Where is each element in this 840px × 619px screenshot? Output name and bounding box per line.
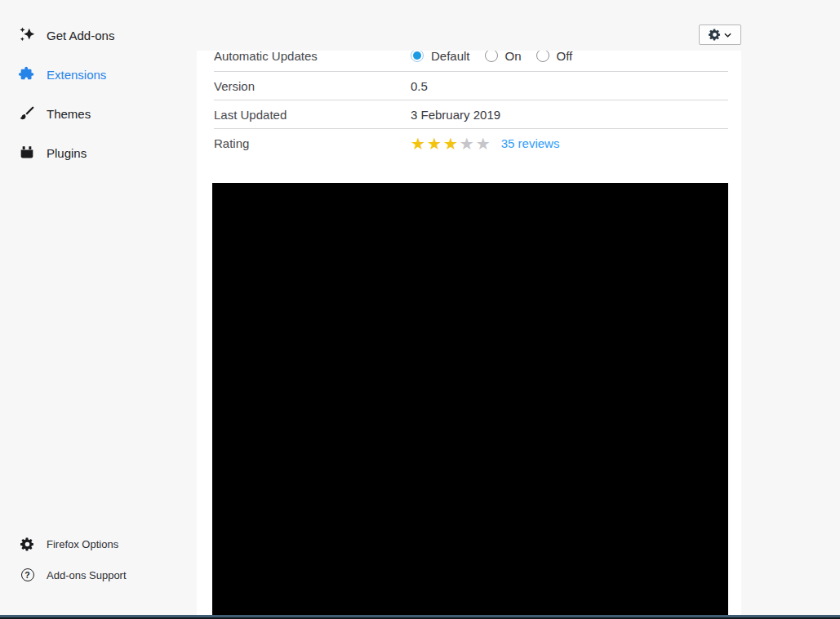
radio-option-label: Default [431,51,470,63]
addon-details-panel: Automatic Updates Default On Off Version… [197,51,741,619]
chevron-down-icon [724,33,731,38]
puzzle-icon [18,65,36,83]
sidebar-item-themes[interactable]: Themes [18,103,91,124]
question-icon: ? [20,568,34,582]
last-updated-label: Last Updated [214,108,411,122]
radio-option-default[interactable]: Default [411,51,470,63]
last-updated-row: Last Updated 3 February 2019 [214,100,728,129]
star-empty-icon: ★ [460,136,476,152]
sidebar-item-get-addons[interactable]: Get Add-ons [18,24,114,46]
last-updated-value: 3 February 2019 [411,108,500,122]
star-filled-icon: ★ [427,136,443,152]
sidebar-item-label: Get Add-ons [47,29,114,42]
automatic-updates-label: Automatic Updates [214,51,411,63]
sidebar-item-label: Extensions [47,68,106,82]
radio-selected-icon[interactable] [411,51,424,62]
addon-preview-black-box [212,183,728,615]
plugin-icon [18,144,36,162]
rating-label: Rating [214,136,411,150]
star-filled-icon: ★ [443,136,460,152]
reviews-link[interactable]: 35 reviews [501,136,560,150]
sidebar-item-label: Themes [47,107,91,121]
sidebar-item-extensions[interactable]: Extensions [18,64,106,85]
radio-option-label: On [505,51,522,63]
automatic-updates-radios: Default On Off [411,51,587,63]
rating-row: Rating ★★★★★ 35 reviews [214,129,728,158]
version-value: 0.5 [411,79,428,93]
sidebar-item-firefox-options[interactable]: Firefox Options [20,533,118,554]
window-bottom-edge [0,615,840,619]
sidebar-item-plugins[interactable]: Plugins [18,142,87,163]
version-label: Version [214,79,411,93]
sidebar-item-addons-support[interactable]: ? Add-ons Support [20,564,127,586]
version-row: Version 0.5 [214,72,728,100]
gear-icon [709,29,721,41]
sidebar-item-label: Plugins [47,146,87,160]
star-empty-icon: ★ [476,136,492,152]
sidebar-item-label: Firefox Options [47,538,118,550]
radio-option-off[interactable]: Off [536,51,573,63]
radio-option-on[interactable]: On [485,51,522,63]
radio-unselected-icon[interactable] [536,51,549,62]
radio-option-label: Off [557,51,573,63]
tools-menu-button[interactable] [699,24,741,45]
star-rating: ★★★★★ [411,136,492,152]
automatic-updates-row: Automatic Updates Default On Off [214,51,728,72]
sidebar-item-label: Add-ons Support [47,569,127,581]
radio-unselected-icon[interactable] [485,51,498,62]
paintbrush-icon [18,105,36,122]
addon-details-table: Automatic Updates Default On Off Version… [214,51,728,158]
gear-icon [20,537,34,551]
star-filled-icon: ★ [411,136,427,152]
sparkle-icon [18,26,36,44]
